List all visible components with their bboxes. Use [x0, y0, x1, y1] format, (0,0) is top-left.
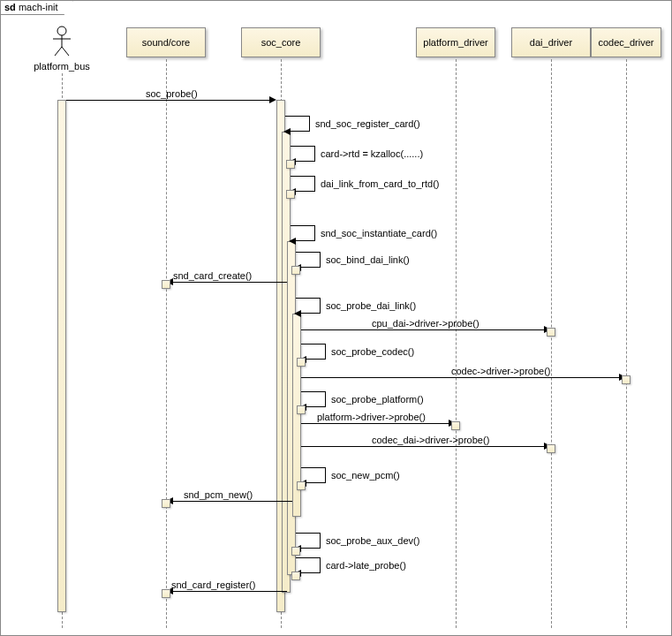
message-label: cpu_dai->driver->probe()	[372, 318, 479, 329]
lifeline-dash	[551, 59, 552, 628]
lifeline-label: soc_core	[261, 37, 301, 48]
actor-icon	[49, 26, 75, 57]
message-line	[301, 377, 619, 378]
activation-endbox	[286, 190, 295, 199]
message-snd-card-register: snd_card_register()	[166, 580, 287, 593]
activation-endbox	[162, 280, 170, 289]
activation-endbox	[291, 547, 300, 556]
arrow-left-icon	[289, 238, 296, 245]
activation-endbox	[547, 328, 555, 337]
lifeline-label: dai_driver	[530, 37, 572, 48]
activation-endbox	[162, 499, 170, 508]
message-soc-probe: soc_probe()	[66, 89, 276, 102]
message-label: codec_dai->driver->probe()	[372, 435, 489, 445]
activation-endbox	[162, 589, 170, 598]
frame-name: mach-init	[19, 2, 58, 12]
message-line	[171, 591, 287, 592]
message-label: codec->driver->probe()	[451, 366, 551, 376]
message-line	[301, 329, 544, 330]
lifeline-soc-core: soc_core	[241, 27, 321, 57]
lifeline-codec-driver: codec_driver	[591, 27, 661, 57]
message-label: platform->driver->probe()	[317, 412, 426, 422]
message-line	[66, 100, 269, 101]
lifeline-dash	[166, 59, 167, 628]
message-label: soc_probe_codec()	[331, 346, 414, 357]
actor-platform-bus: platform_bus	[22, 26, 102, 72]
arrow-right-icon	[269, 96, 276, 103]
lifeline-dai-driver: dai_driver	[511, 27, 591, 57]
lifeline-label: sound/core	[142, 37, 190, 48]
activation-endbox	[291, 572, 300, 580]
message-codec-dai-probe: codec_dai->driver->probe()	[301, 435, 551, 448]
frame-kind: sd	[4, 2, 16, 12]
message-line	[171, 282, 287, 283]
svg-line-3	[55, 47, 62, 56]
message-label: snd_card_create()	[173, 270, 252, 281]
message-label: snd_soc_register_card()	[315, 118, 420, 129]
lifeline-label: codec_driver	[599, 37, 654, 48]
lifeline-platform-driver: platform_driver	[416, 27, 495, 57]
activation-endbox	[297, 481, 306, 490]
svg-line-4	[62, 47, 69, 56]
frame-title-tab: sd mach-init	[1, 1, 73, 15]
message-label: card->rtd = kzalloc(......)	[321, 148, 423, 159]
message-codec-driver-probe: codec->driver->probe()	[301, 367, 626, 379]
arrow-left-icon	[294, 310, 301, 317]
message-platform-driver-probe: platform->driver->probe()	[301, 413, 456, 425]
activation-endbox	[291, 266, 300, 275]
message-label: soc_probe_platform()	[331, 394, 424, 405]
sequence-diagram-frame: sd mach-init platform_bus sound/core soc…	[0, 0, 672, 636]
message-label: soc_new_pcm()	[331, 470, 400, 481]
message-label: soc_probe_dai_link()	[326, 300, 416, 311]
lifeline-dash	[626, 59, 627, 628]
message-line	[171, 501, 292, 502]
message-label: snd_card_register()	[171, 579, 255, 590]
message-snd-card-create: snd_card_create()	[166, 271, 287, 284]
message-label: soc_probe_aux_dev()	[326, 535, 419, 546]
activation-endbox	[451, 421, 460, 430]
message-label: soc_bind_dai_link()	[326, 254, 410, 265]
activation-endbox	[297, 358, 306, 367]
activation-bar	[57, 100, 66, 612]
message-label: snd_soc_instantiate_card()	[321, 228, 437, 238]
lifeline-dash	[456, 59, 457, 628]
message-snd-pcm-new: snd_pcm_new()	[166, 490, 292, 503]
message-label: snd_pcm_new()	[184, 489, 253, 500]
arrow-left-icon	[283, 128, 291, 135]
message-line	[301, 423, 449, 424]
message-label: soc_probe()	[146, 88, 198, 99]
message-label: dai_link_from_card_to_rtd()	[321, 178, 440, 189]
lifeline-sound-core: sound/core	[126, 27, 206, 57]
activation-endbox	[622, 375, 630, 384]
message-line	[301, 446, 544, 447]
svg-point-0	[57, 26, 66, 35]
activation-endbox	[286, 160, 295, 169]
activation-endbox	[547, 444, 555, 453]
message-cpu-dai-probe: cpu_dai->driver->probe()	[301, 319, 551, 331]
actor-label: platform_bus	[22, 61, 102, 72]
lifeline-label: platform_driver	[423, 37, 487, 48]
message-label: card->late_probe()	[326, 560, 406, 571]
